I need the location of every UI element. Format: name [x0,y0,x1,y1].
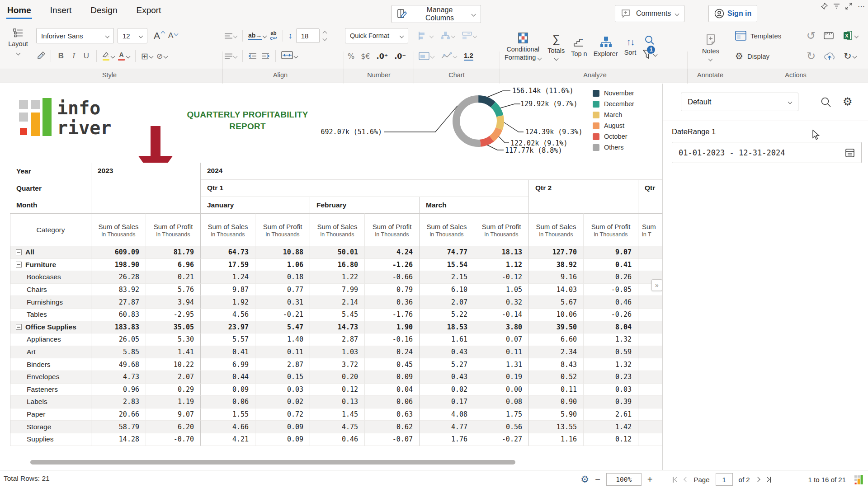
table-cell[interactable]: 1.32 [584,333,638,346]
measure-header[interactable]: Sum of Profitin Thousands [365,213,420,246]
table-cell[interactable]: 2.83 [91,396,146,408]
wrap-text-button[interactable]: abc↩ [270,31,277,41]
table-cell[interactable]: 0.04 [365,384,420,396]
table-cell[interactable]: 74.77 [420,246,474,259]
table-cell[interactable]: 1.24 [201,271,255,284]
collapse-icon[interactable] [16,324,22,330]
measure-header[interactable]: Sum of Salesin Thousands [420,213,474,246]
table-cell[interactable]: 2.07 [420,296,474,309]
clear-formatting-button[interactable]: ⊘ [156,52,167,61]
italic-button[interactable]: I [69,52,78,61]
row-label-envelopes[interactable]: Envelopes [10,371,91,384]
decrease-decimal-button[interactable]: .0⁻ [394,52,406,61]
table-cell[interactable]: 8.43 [529,358,584,371]
table-cell[interactable]: 14.03 [529,284,584,296]
table-cell[interactable]: 0.52 [529,371,584,384]
table-cell[interactable]: 0.79 [365,284,420,296]
page-number-input[interactable]: 1 [716,473,733,486]
table-cell[interactable]: 10.06 [529,309,584,321]
bar-chart-button[interactable] [419,31,433,40]
table-cell[interactable]: -0.26 [584,309,638,321]
pin-icon[interactable] [821,3,828,9]
display-button[interactable]: ⚙ Display [735,51,807,61]
table-cell[interactable]: 0.08 [474,396,529,408]
bold-button[interactable]: B [57,52,66,61]
table-cell[interactable]: 4.56 [201,309,255,321]
table-cell[interactable]: 0.06 [365,396,420,408]
comments-button[interactable]: Comments [615,5,684,22]
table-cell[interactable]: 1.41 [146,346,201,359]
redo-icon[interactable]: ↺ [807,50,816,62]
table-cell[interactable]: 4.77 [420,421,474,433]
table-cell[interactable]: 35.05 [146,321,201,334]
table-cell[interactable]: 127.70 [529,246,584,259]
table-cell[interactable]: 1.19 [146,396,201,408]
table-cell[interactable]: 49.68 [91,358,146,371]
table-cell[interactable]: 0.09 [255,433,310,446]
collapse-icon[interactable] [16,249,22,255]
gear-icon[interactable]: ⚙ [580,474,589,485]
table-cell[interactable]: 1.92 [201,296,255,309]
chevron-down-icon[interactable] [126,54,131,58]
table-cell[interactable]: 60.83 [91,309,146,321]
table-cell[interactable]: 0.23 [584,371,638,384]
search-icon[interactable] [820,96,832,108]
table-cell[interactable]: 0.20 [310,371,365,384]
table-cell[interactable]: 7.99 [310,284,365,296]
table-cell[interactable]: 0.13 [310,396,365,408]
table-cell[interactable]: 58.79 [91,421,146,433]
vertical-align-button[interactable] [225,53,237,59]
format-painter-icon[interactable] [36,52,45,61]
row-label-furnishings[interactable]: Furnishings [10,296,91,309]
table-cell[interactable]: 183.83 [91,321,146,334]
sparkline-button[interactable] [441,52,457,60]
table-cell[interactable]: 5.47 [255,321,310,334]
table-cell[interactable]: 1.90 [365,321,420,334]
table-cell[interactable]: 4.08 [420,408,474,421]
table-cell[interactable]: 6.96 [146,259,201,272]
table-cell[interactable]: 0.63 [365,408,420,421]
table-cell[interactable]: 9.07 [146,408,201,421]
table-cell[interactable]: 3.80 [474,321,529,334]
table-cell[interactable]: 0.11 [474,346,529,359]
table-cell[interactable]: 0.09 [255,421,310,433]
table-cell[interactable]: 0.00 [474,384,529,396]
zoom-level-value[interactable]: 100% [606,473,642,486]
measure-header[interactable]: Sum of Salesin Thousands [91,213,146,246]
table-cell[interactable]: 4.73 [91,371,146,384]
quick-format-select[interactable]: Quick Format [345,28,408,43]
totals-button[interactable]: ∑ Totals [547,34,565,60]
table-cell[interactable]: 0.06 [201,396,255,408]
underline-button[interactable]: U [82,52,91,61]
row-label-furniture[interactable]: Furniture [10,259,91,272]
table-cell[interactable]: 1.12 [474,259,529,272]
table-cell[interactable]: 1.61 [420,333,474,346]
table-cell[interactable]: 1.03 [310,346,365,359]
measure-header[interactable]: Sum of Profitin Thousands [584,213,638,246]
table-cell[interactable]: 15.54 [420,259,474,272]
table-cell[interactable]: 0.24 [365,346,420,359]
table-cell[interactable]: 4.75 [310,421,365,433]
next-columns-button[interactable]: » [651,279,662,291]
first-page-button[interactable] [673,477,679,483]
table-cell[interactable]: 0.72 [255,408,310,421]
table-cell[interactable]: 6.99 [201,358,255,371]
month-march-header[interactable]: March [420,197,529,213]
font-color-button[interactable]: A [118,52,125,61]
table-cell[interactable]: 0.59 [584,346,638,359]
templates-button[interactable]: Templates [735,31,807,41]
row-label-office-supplies[interactable]: Office Supplies [10,321,91,334]
table-cell[interactable]: 9.07 [584,246,638,259]
table-cell[interactable]: 13.55 [529,421,584,433]
table-cell[interactable]: 26.05 [91,333,146,346]
sort-button[interactable]: ↑↓ Sort [624,37,637,56]
row-label-art[interactable]: Art [10,346,91,359]
table-cell[interactable]: 5.90 [529,408,584,421]
table-cell[interactable]: 0.21 [146,271,201,284]
table-cell[interactable]: 0.44 [201,371,255,384]
table-cell[interactable]: 5.30 [146,333,201,346]
table-cell[interactable]: 18.13 [474,246,529,259]
highlight-color-button[interactable] [102,52,109,61]
table-cell[interactable]: 2.07 [146,371,201,384]
row-label-tables[interactable]: Tables [10,309,91,321]
